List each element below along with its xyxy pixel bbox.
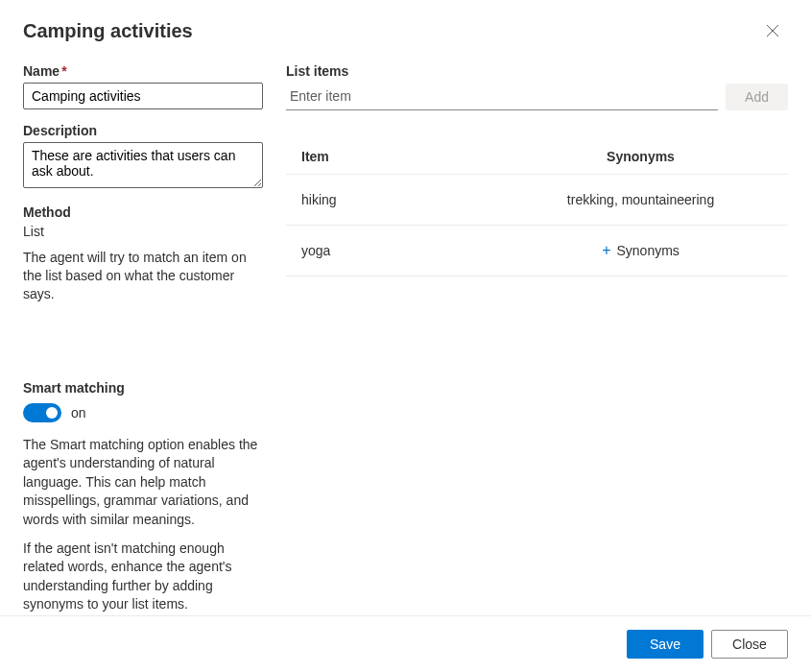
method-label: Method: [23, 204, 263, 220]
close-button[interactable]: Close: [711, 630, 788, 659]
smart-matching-heading: Smart matching: [23, 380, 263, 396]
method-description: The agent will try to match an item on t…: [23, 249, 263, 303]
page-title: Camping activities: [23, 20, 193, 42]
close-icon[interactable]: [757, 15, 788, 46]
save-button[interactable]: Save: [627, 630, 704, 659]
smart-matching-desc-1: The Smart matching option enables the ag…: [23, 436, 263, 530]
name-input[interactable]: [23, 83, 263, 109]
description-label: Description: [23, 123, 263, 138]
column-header-item: Item: [301, 149, 509, 164]
smart-matching-toggle[interactable]: [23, 403, 61, 422]
plus-icon: +: [602, 243, 610, 258]
table-row[interactable]: hiking trekking, mountaineering: [286, 175, 788, 226]
description-textarea[interactable]: [23, 142, 263, 188]
column-header-synonyms: Synonyms: [509, 149, 773, 164]
table-row[interactable]: yoga + Synonyms: [286, 226, 788, 276]
enter-item-input[interactable]: [286, 83, 718, 110]
smart-matching-desc-2: If the agent isn't matching enough relat…: [23, 540, 263, 614]
toggle-state-label: on: [71, 405, 86, 420]
method-value: List: [23, 224, 263, 239]
add-synonyms-label: Synonyms: [617, 243, 680, 258]
item-name: yoga: [301, 243, 509, 258]
required-asterisk-icon: *: [61, 63, 66, 79]
list-items-label: List items: [286, 63, 788, 79]
name-label: Name*: [23, 63, 263, 79]
add-synonyms-button[interactable]: + Synonyms: [509, 243, 773, 258]
add-button[interactable]: Add: [726, 84, 788, 110]
item-synonyms: trekking, mountaineering: [509, 192, 773, 207]
item-name: hiking: [301, 192, 509, 207]
